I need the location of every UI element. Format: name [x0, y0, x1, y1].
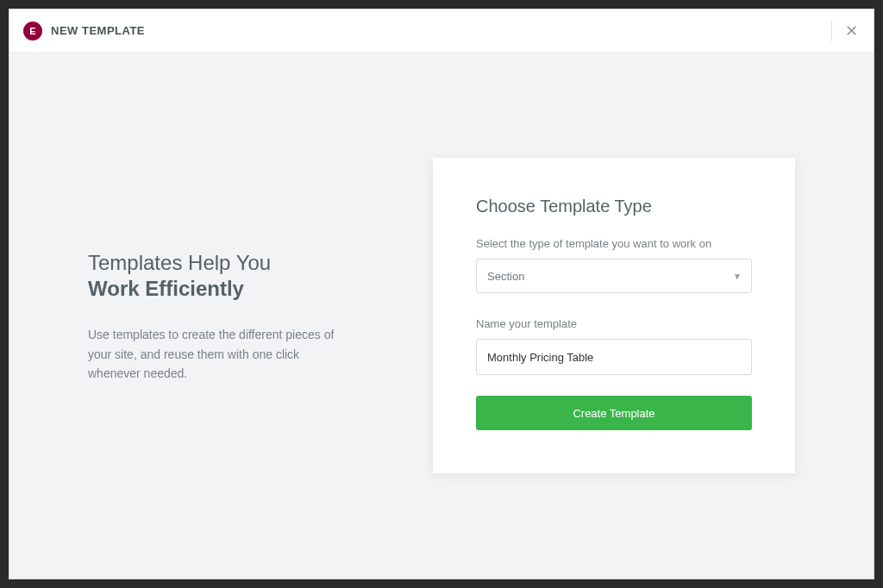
close-button[interactable]: ✕	[842, 22, 860, 40]
header-right: ✕	[831, 21, 860, 41]
intro-panel: Templates Help You Work Efficiently Use …	[88, 248, 347, 384]
form-panel: Choose Template Type Select the type of …	[433, 158, 795, 473]
modal-title: NEW TEMPLATE	[51, 24, 145, 37]
heading-line-2: Work Efficiently	[88, 277, 347, 301]
close-icon: ✕	[845, 23, 858, 39]
elementor-logo-icon: E	[23, 22, 42, 41]
header-divider	[831, 21, 832, 41]
template-type-select[interactable]: Section	[476, 259, 752, 293]
logo-glyph: E	[29, 26, 35, 36]
modal-header: E NEW TEMPLATE ✕	[9, 9, 874, 53]
template-name-label: Name your template	[476, 317, 752, 330]
create-template-button[interactable]: Create Template	[476, 396, 752, 430]
new-template-modal: E NEW TEMPLATE ✕ Templates Help You Work…	[9, 9, 874, 579]
header-left: E NEW TEMPLATE	[23, 22, 145, 41]
intro-description: Use templates to create the different pi…	[88, 325, 347, 383]
template-type-label: Select the type of template you want to …	[476, 237, 752, 250]
template-type-select-wrapper: Section ▼	[476, 259, 752, 293]
heading-line-1: Templates Help You	[88, 248, 347, 278]
form-title: Choose Template Type	[476, 197, 752, 216]
modal-body: Templates Help You Work Efficiently Use …	[9, 53, 874, 579]
template-name-input[interactable]	[476, 339, 752, 375]
